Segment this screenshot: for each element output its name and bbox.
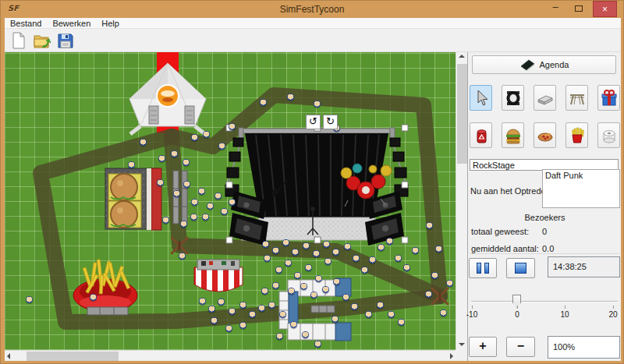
visitor[interactable] — [276, 333, 283, 340]
visitor[interactable] — [207, 203, 214, 210]
visitor[interactable] — [353, 255, 360, 262]
visitor[interactable] — [214, 193, 222, 200]
visitor[interactable] — [403, 264, 410, 271]
visitor[interactable] — [140, 139, 147, 146]
visitor[interactable] — [324, 258, 332, 265]
visitor[interactable] — [294, 272, 301, 279]
visitor[interactable] — [388, 311, 395, 318]
visitor[interactable] — [171, 150, 178, 157]
vertical-scroll-thumb[interactable] — [457, 64, 467, 164]
visitor[interactable] — [426, 222, 433, 229]
zoom-out-button[interactable]: − — [506, 337, 535, 357]
map-horizontal-scrollbar[interactable] — [5, 350, 456, 361]
visitor[interactable] — [262, 241, 269, 248]
visitor[interactable] — [292, 249, 299, 256]
visitor[interactable] — [290, 321, 297, 328]
visitor[interactable] — [322, 286, 329, 293]
visitor[interactable] — [191, 134, 198, 141]
visitor[interactable] — [268, 302, 275, 309]
tool-button-spotlight[interactable] — [502, 85, 524, 111]
new-file-button[interactable] — [9, 31, 28, 50]
visitor[interactable] — [333, 278, 340, 285]
visitor[interactable] — [264, 255, 271, 262]
visitor[interactable] — [239, 302, 246, 309]
tool-button-select[interactable] — [470, 85, 492, 111]
visitor[interactable] — [386, 238, 393, 245]
visitor[interactable] — [260, 99, 267, 106]
visitor[interactable] — [435, 246, 442, 253]
stop-button[interactable] — [506, 258, 535, 278]
visitor[interactable] — [218, 299, 225, 306]
visitor[interactable] — [173, 190, 180, 197]
tool-button-fries[interactable] — [566, 122, 588, 148]
speed-slider-track[interactable] — [471, 301, 618, 302]
bench[interactable] — [311, 306, 335, 313]
visitor[interactable] — [272, 282, 279, 289]
scroll-left-button[interactable] — [5, 351, 16, 361]
visitor[interactable] — [323, 241, 330, 248]
visitor[interactable] — [303, 242, 310, 249]
visitor[interactable] — [229, 308, 236, 315]
visitor[interactable] — [365, 311, 372, 318]
visitor[interactable] — [190, 214, 197, 221]
tool-button-truss[interactable] — [566, 85, 588, 111]
visitor[interactable] — [412, 247, 419, 254]
now-performing-list[interactable]: Daft Punk — [542, 169, 620, 208]
visitor[interactable] — [314, 101, 321, 108]
visitor[interactable] — [344, 243, 351, 250]
visitor[interactable] — [361, 267, 368, 274]
visitor[interactable] — [218, 143, 225, 150]
zoom-in-button[interactable]: + — [469, 337, 497, 357]
visitor[interactable] — [90, 294, 97, 301]
visitor[interactable] — [332, 316, 339, 323]
visitor[interactable] — [258, 305, 265, 312]
visitor[interactable] — [157, 179, 164, 186]
maximize-button[interactable] — [569, 1, 589, 17]
visitor[interactable] — [198, 188, 205, 195]
visitor[interactable] — [202, 214, 209, 221]
visitor[interactable] — [313, 250, 320, 257]
rotate-ccw-button[interactable]: ↺ — [306, 115, 321, 129]
visitor[interactable] — [300, 283, 307, 290]
visitor[interactable] — [203, 131, 210, 138]
visitor[interactable] — [305, 264, 312, 271]
horizontal-scroll-thumb[interactable] — [27, 352, 119, 361]
visitor[interactable] — [398, 319, 405, 326]
visitor[interactable] — [440, 309, 447, 316]
visitor[interactable] — [221, 208, 228, 215]
visitor[interactable] — [378, 244, 385, 251]
visitor[interactable] — [395, 255, 402, 262]
visitor[interactable] — [288, 288, 295, 295]
visitor[interactable] — [377, 302, 384, 309]
visitor[interactable] — [275, 267, 282, 274]
menu-item-bestand[interactable]: Bestand — [5, 18, 47, 29]
visitor[interactable] — [351, 303, 358, 310]
visitor[interactable] — [162, 217, 169, 224]
entrance-tent[interactable] — [129, 63, 206, 134]
tool-button-gift[interactable] — [597, 85, 620, 111]
visitor[interactable] — [191, 199, 198, 206]
rotate-cw-button[interactable]: ↻ — [323, 115, 338, 129]
tool-button-stage[interactable] — [534, 85, 556, 111]
minimize-button[interactable]: – — [545, 1, 566, 17]
visitor[interactable] — [249, 311, 256, 318]
visitor[interactable] — [261, 288, 268, 295]
visitor[interactable] — [279, 311, 286, 318]
bench[interactable] — [87, 307, 128, 315]
rock-stage[interactable] — [225, 125, 408, 246]
tool-button-toilet-paper[interactable] — [597, 122, 620, 148]
scroll-down-button[interactable] — [456, 339, 468, 350]
save-button[interactable] — [56, 31, 75, 50]
visitor[interactable] — [26, 296, 33, 303]
visitor[interactable] — [183, 181, 190, 188]
visitor[interactable] — [332, 249, 339, 256]
visitor[interactable] — [282, 239, 289, 246]
visitor[interactable] — [285, 260, 292, 267]
close-button[interactable]: × — [593, 1, 617, 17]
menu-item-bewerken[interactable]: Bewerken — [47, 18, 96, 29]
visitor[interactable] — [342, 294, 349, 301]
visitor[interactable] — [211, 317, 218, 324]
visitor[interactable] — [229, 199, 236, 206]
menu-item-help[interactable]: Help — [96, 18, 125, 29]
visitor[interactable] — [314, 341, 321, 348]
